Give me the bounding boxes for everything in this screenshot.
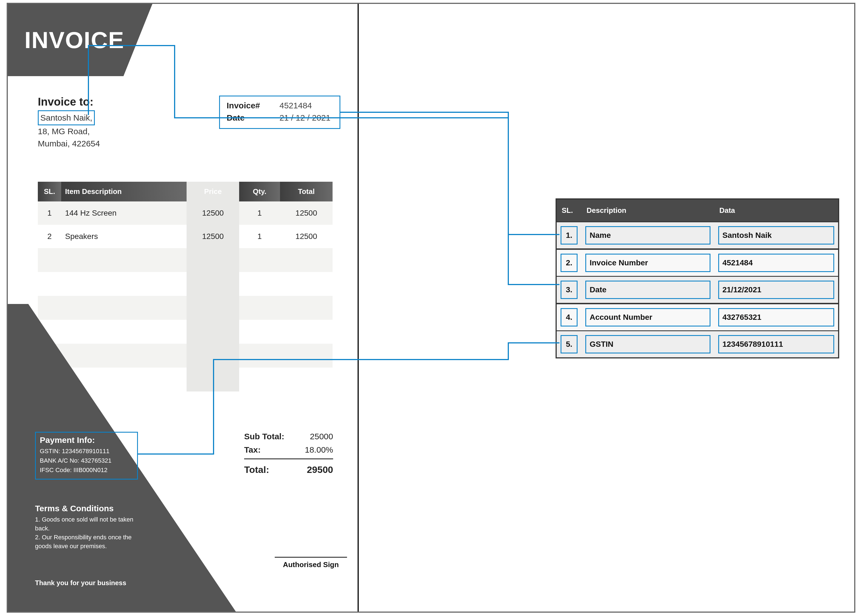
terms-block: Terms & Conditions 1. Goods once sold wi… (35, 504, 146, 551)
col-price: Price (187, 182, 239, 201)
col-sl: SL. (38, 182, 61, 201)
payment-info-head: Payment Info: (40, 435, 133, 445)
signature-label: Authorised Sign (275, 560, 347, 569)
invoice-date-label: Date (227, 113, 271, 123)
line-items-table: SL. Item Description Price Qty. Total 1 … (38, 182, 333, 391)
invoice-to-name: Santosh Naik, (38, 110, 95, 125)
col-desc: Item Description (61, 182, 187, 201)
table-row: 4. Account Number 432765321 (556, 304, 838, 331)
invoice-document: INVOICE Invoice to: Santosh Naik, 18, MG… (8, 4, 359, 611)
table-row: 2. Invoice Number 4521484 (556, 249, 838, 277)
payment-bank: BANK A/C No: 432765321 (40, 456, 133, 465)
invoice-date-value: 21 / 12 / 2021 (279, 113, 331, 123)
totals-block: Sub Total: 25000 Tax: 18.00% Total: 2950… (244, 432, 333, 479)
invoice-title: INVOICE (24, 27, 124, 53)
payment-gstin: GSTIN: 12345678910111 (40, 446, 133, 456)
table-row: 3. Date 21/12/2021 (556, 277, 838, 304)
invoice-number-label: Invoice# (227, 101, 271, 110)
tax-value: 18.00% (305, 445, 333, 454)
terms-line1: 1. Goods once sold will not be taken bac… (35, 515, 146, 533)
extracted-data-table: SL. Description Data 1. Name Santosh Nai… (556, 198, 839, 358)
table-row: 1 144 Hz Screen 12500 1 12500 (38, 201, 333, 225)
table-row (38, 272, 333, 296)
total-value: 29500 (307, 464, 333, 475)
ext-col-data: Data (714, 199, 838, 222)
col-qty: Qty. (239, 182, 280, 201)
outer-frame: INVOICE Invoice to: Santosh Naik, 18, MG… (7, 3, 855, 613)
tax-label: Tax: (244, 445, 260, 454)
invoice-title-banner: INVOICE (8, 4, 152, 76)
subtotal-label: Sub Total: (244, 432, 284, 441)
terms-head: Terms & Conditions (35, 504, 146, 513)
table-row (38, 320, 333, 344)
table-row (38, 344, 333, 368)
table-row (38, 248, 333, 272)
ext-col-sl: SL. (556, 199, 581, 222)
ext-col-desc: Description (581, 199, 714, 222)
table-row: 5. GSTIN 12345678910111 (556, 331, 838, 358)
signature-block: Authorised Sign (275, 557, 347, 569)
table-row: 1. Name Santosh Naik (556, 222, 838, 249)
invoice-to-addr1: 18, MG Road, (38, 125, 100, 138)
invoice-to-block: Invoice to: Santosh Naik, 18, MG Road, M… (38, 96, 100, 150)
invoice-to-label: Invoice to: (38, 96, 100, 108)
invoice-to-addr2: Mumbai, 422654 (38, 138, 100, 150)
thanks-text: Thank you for your business (35, 579, 126, 587)
payment-info-box: Payment Info: GSTIN: 12345678910111 BANK… (35, 432, 138, 479)
terms-line2: 2. Our Responsibility ends once the good… (35, 533, 146, 551)
total-label: Total: (244, 464, 269, 475)
invoice-meta-box: Invoice# 4521484 Date 21 / 12 / 2021 (219, 96, 340, 129)
table-row: 2 Speakers 12500 1 12500 (38, 225, 333, 248)
subtotal-value: 25000 (310, 432, 333, 441)
table-row (38, 296, 333, 320)
invoice-number-value: 4521484 (279, 101, 312, 110)
col-total: Total (280, 182, 333, 201)
payment-ifsc: IFSC Code: IIIB000N012 (40, 465, 133, 475)
